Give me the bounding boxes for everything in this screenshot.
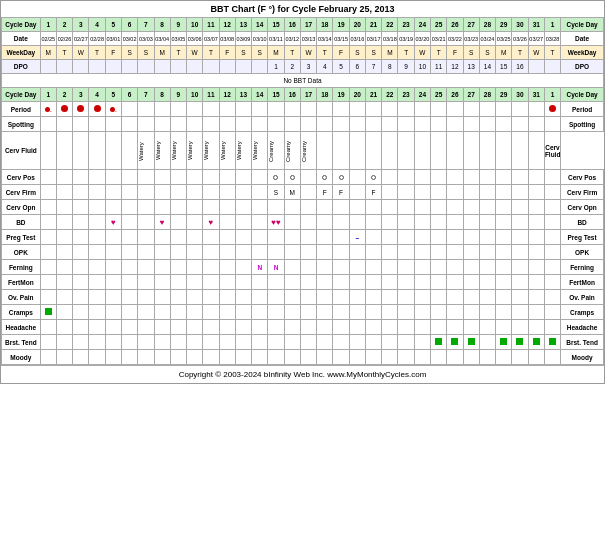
period-row: Period . .	[2, 102, 604, 117]
brst-tend-indicator	[500, 338, 507, 345]
ferning-value: N	[257, 264, 262, 271]
period-dot	[94, 105, 101, 112]
brst-tend-indicator	[533, 338, 540, 345]
date-row: Date 02/25 02/26 02/27 02/28 03/01 03/02…	[2, 32, 604, 46]
cerv-pos-indicator	[371, 175, 376, 180]
brst-tend-row: Brst. Tend Brst. Tend	[2, 335, 604, 350]
bd-row: BD ♥ ♥ ♥ ♥♥ BD	[2, 215, 604, 230]
brst-tend-indicator	[451, 338, 458, 345]
spotting-row: Spotting Spotting	[2, 117, 604, 132]
cerv-pos-indicator	[339, 175, 344, 180]
period-dot	[77, 105, 84, 112]
ov-pain-row: Ov. Pain Ov. Pain	[2, 290, 604, 305]
cramps-row: Cramps Cramps	[2, 305, 604, 320]
no-bbt-label: No BBT Data	[2, 74, 604, 88]
cycle-day-header-row: Cycle Day 1 2 3 4 5 6 7 8 9 10 11 12 13 …	[2, 18, 604, 32]
cerv-pos-row: Cerv Pos Cerv Pos	[2, 170, 604, 185]
bd-heart: ♥	[209, 218, 214, 227]
period-dot	[549, 105, 556, 112]
bd-heart: ♥	[276, 218, 281, 227]
cycle-day-label-right: Cycle Day	[561, 18, 604, 32]
ferning-value: N	[274, 264, 279, 271]
brst-tend-indicator	[468, 338, 475, 345]
cerv-fluid-row: Cerv Fluid Watery Watery Watery Watery W…	[2, 132, 604, 170]
no-bbt-row: No BBT Data	[2, 74, 604, 88]
moody-row: Moody Moody	[2, 350, 604, 365]
cerv-firm-row: Cerv Firm S M F F F Cerv Firm	[2, 185, 604, 200]
ferning-row: Ferning N N Ferning	[2, 260, 604, 275]
fertmon-row: FertMon FertMon	[2, 275, 604, 290]
bd-heart: ♥	[111, 218, 116, 227]
weekday-row: WeekDay M T W T F S S M T W T F S S M T …	[2, 46, 604, 60]
preg-test-row: Preg Test – Preg Test	[2, 230, 604, 245]
brst-tend-indicator	[549, 338, 556, 345]
bbt-table: Cycle Day 1 2 3 4 5 6 7 8 9 10 11 12 13 …	[1, 17, 604, 365]
cerv-pos-indicator	[273, 175, 278, 180]
cerv-opn-row: Cerv Opn Cerv Opn	[2, 200, 604, 215]
preg-test-result: –	[356, 234, 360, 241]
cramps-indicator	[45, 308, 52, 315]
bd-heart: ♥	[160, 218, 165, 227]
opk-row: OPK OPK	[2, 245, 604, 260]
cerv-pos-indicator	[290, 175, 295, 180]
copyright: Copyright © 2003-2024 bInfinity Web Inc.…	[1, 365, 604, 383]
chart-container: BBT Chart (F °) for Cycle February 25, 2…	[0, 0, 605, 384]
dpo-row: DPO 1 2 3 4 5 6 7 8 9 10 11 12	[2, 60, 604, 74]
brst-tend-indicator	[435, 338, 442, 345]
cerv-pos-indicator	[322, 175, 327, 180]
chart-title: BBT Chart (F °) for Cycle February 25, 2…	[1, 1, 604, 17]
cycle-day-row2: Cycle Day 1 2 3 4 5 6 7 8 9 10 11 12 13 …	[2, 88, 604, 102]
period-dot	[61, 105, 68, 112]
cycle-day-label: Cycle Day	[2, 18, 41, 32]
headache-row: Headache Headache	[2, 320, 604, 335]
brst-tend-indicator	[516, 338, 523, 345]
